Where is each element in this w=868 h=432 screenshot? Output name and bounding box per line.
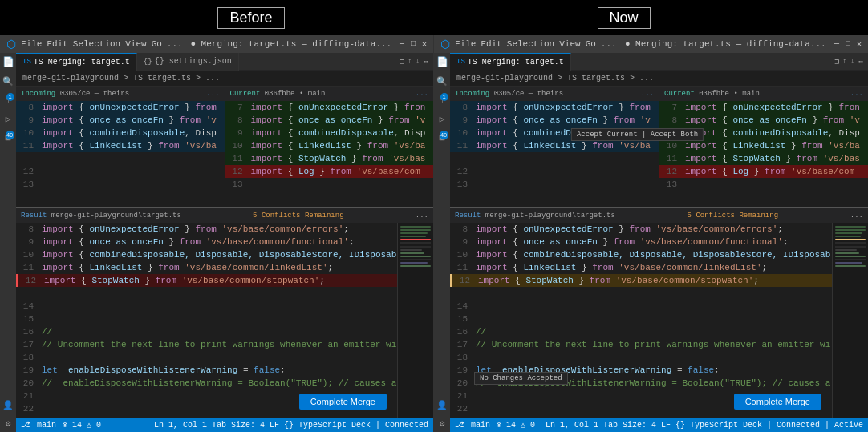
activity-search[interactable]: 🔍 [2,76,14,87]
error-count-right[interactable]: ⊗ 14 △ 0 [497,420,535,430]
incoming-actions-right[interactable]: ... [641,90,654,98]
more-actions-icon[interactable]: ⋯ [424,57,428,67]
branch-icon-right: ⎇ [455,420,464,430]
title-bar-left: ⬡ File Edit Selection View Go ... ● Merg… [0,35,433,53]
status-right-left: Ln 1, Col 1 Tab Size: 4 LF {} TypeScript… [154,421,428,430]
activity-settings[interactable]: ⚙ [6,418,11,429]
split-editor-icon[interactable]: ⊐ [400,57,404,67]
nav-up-icon[interactable]: ↑ [408,57,412,67]
activity-explorer[interactable]: 📄 [2,56,14,68]
error-count-left[interactable]: ⊗ 14 △ 0 [63,420,101,430]
code-line: 11 import { StopWatch } from 'vs/bas [225,152,434,165]
activity-explorer-r[interactable]: 📄 [436,56,448,68]
menu-more-r[interactable]: ... [601,39,617,49]
menu-file-r[interactable]: File [455,39,476,49]
tab-merging-left[interactable]: TS TS Merging: target.ts 9↑, 1 ● [16,53,137,71]
close-btn-left[interactable]: ✕ [422,39,427,49]
branch-label-left[interactable]: main [37,421,56,430]
tab-label-right: TS Merging: target.ts 9↑, 1 ● [468,58,564,67]
code-line: 9 import { once as onceFn } from 'v [16,114,225,127]
result-line-r: 14 [450,300,832,313]
result-line-r: 11 import { LinkedList } from 'vs/base/c… [450,261,832,274]
result-line: 8 import { onUnexpectedError } from 'vs/… [16,223,397,236]
result-line: 15 [16,313,397,325]
close-btn-right[interactable]: ✕ [857,39,862,49]
result-line: 17 // Uncomment the next line to print w… [16,338,397,351]
now-label: Now [598,7,651,29]
code-line: 13 [225,178,434,191]
complete-merge-btn-left[interactable]: Complete Merge [299,394,387,410]
maximize-btn-right[interactable]: □ [846,39,850,49]
tab-merging-right[interactable]: TS TS Merging: target.ts 9↑, 1 ● [450,53,571,71]
code-line-r: 13 [659,178,868,191]
result-line: 9 import { once as onceFn } from 'vs/bas… [16,236,397,248]
menu-edit-r[interactable]: Edit [481,39,501,49]
no-changes-tooltip: No Changes Accepted [474,372,568,385]
branch-label-right[interactable]: main [471,421,490,430]
status-right-right: Ln 1, Col 1 Tab Size: 4 LF {} TypeScript… [546,421,863,430]
menu-edit[interactable]: Edit [47,39,67,49]
accept-current-label[interactable]: Accept Current | Accept Both [577,131,698,139]
tab-label-left: TS Merging: target.ts 9↑, 1 ● [34,58,130,67]
menu-go[interactable]: Go [152,39,162,49]
code-line: 12 import { Log } from 'vs/base/com [225,165,434,178]
activity-settings-r[interactable]: ⚙ [440,418,445,429]
code-line-r: 11 import { LinkedList } from 'vs/ba [450,139,659,152]
activity-account[interactable]: 👤 [2,400,14,410]
code-line: 10 import { LinkedList } from 'vs/ba [225,139,434,152]
current-header-left: Current 036fbbe • main ... [225,87,434,101]
code-line: 10 import { combinedDisposable, Disp [16,127,225,139]
result-line: 16 // [16,325,397,338]
menu-go-r[interactable]: Go [586,39,596,49]
activity-search-r[interactable]: 🔍 [436,76,448,87]
activity-run[interactable]: ▷ [6,114,11,124]
result-line-r: 12 import { StopWatch } from 'vs/base/co… [450,274,832,287]
activity-account-r[interactable]: 👤 [436,400,448,410]
result-line: 20 // _enableDisposeWithListenerWarning … [16,377,397,390]
result-line: 14 [16,300,397,313]
result-actions-right[interactable]: ... [850,212,863,220]
incoming-actions-left[interactable]: ... [206,90,219,98]
nav-down-icon[interactable]: ↓ [416,57,420,67]
menu-file[interactable]: File [21,39,42,49]
code-line-r: 12 import { Log } from 'vs/base/com [659,165,868,178]
menu-view[interactable]: View [125,39,146,49]
result-header-left: Result merge-git-playground\target.ts 5 … [16,208,433,223]
accept-tooltip[interactable]: Accept Current | Accept Both [571,128,704,141]
current-actions-right[interactable]: ... [850,90,863,98]
menu-selection[interactable]: Selection [73,39,120,49]
activity-run-r[interactable]: ▷ [440,114,445,124]
code-line-r: 13 [450,178,659,191]
current-header-right: Current 036fbbe • main ... [659,87,868,101]
code-line-r: 7 import { onUnexpectedError } fron [659,101,868,114]
activity-extensions-r[interactable]: ⊞ 40 [439,132,444,144]
more-actions-icon-r[interactable]: ⋯ [858,57,863,67]
current-actions-left[interactable]: ... [416,90,428,98]
code-line: 12 [16,165,225,178]
minimize-btn-left[interactable]: — [400,39,404,49]
code-line: 9 import { combinedDisposable, Disp [225,127,434,139]
activity-git-r[interactable]: ⑂ 1 [440,95,445,106]
result-line-r: 15 [450,313,832,325]
result-actions-left[interactable]: ... [416,212,428,220]
minimize-btn-right[interactable]: — [834,39,839,49]
menu-more[interactable]: ... [167,39,183,49]
tab-settings-left[interactable]: {} {} settings.json [137,53,239,71]
activity-extensions[interactable]: ⊞ 40 [5,132,10,144]
menu-view-r[interactable]: View [559,39,580,49]
result-line-r: 17 // Uncomment the next line to print w… [450,338,832,351]
result-line: 12 import { StopWatch } from 'vs/base/co… [16,274,397,287]
menu-selection-r[interactable]: Selection [507,39,554,49]
window-title-left: ● Merging: target.ts — diffing-data... [183,39,400,49]
nav-up-icon-r[interactable]: ↑ [842,57,847,67]
maximize-btn-left[interactable]: □ [411,39,416,49]
result-line: 10 import { combinedDisposable, Disposab… [16,248,397,261]
vscode-icon-left: ⬡ [6,38,16,51]
nav-down-icon-r[interactable]: ↓ [850,57,855,67]
title-bar-right: ⬡ File Edit Selection View Go ... ● Merg… [434,35,868,53]
activity-git[interactable]: ⑂ 1 [6,95,11,106]
code-line-r: 8 import { once as onceFn } from 'v [659,114,868,127]
result-line-r: 10 import { combinedDisposable, Disposab… [450,248,832,261]
complete-merge-btn-right[interactable]: Complete Merge [734,394,821,410]
split-editor-icon-r[interactable]: ⊐ [834,57,839,67]
